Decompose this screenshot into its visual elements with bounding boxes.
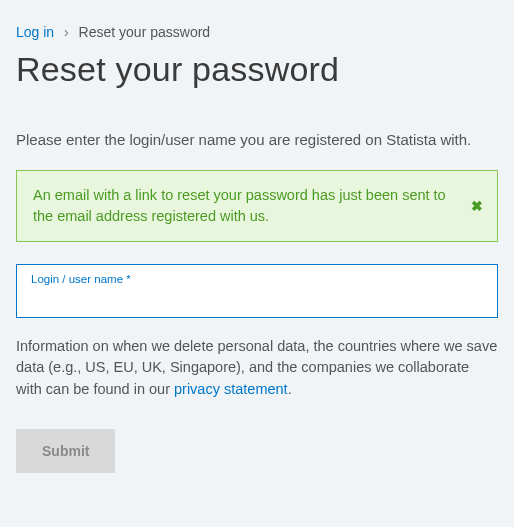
breadcrumb-current: Reset your password <box>79 24 211 40</box>
login-input[interactable] <box>31 287 483 307</box>
breadcrumb-login-link[interactable]: Log in <box>16 24 54 40</box>
privacy-info-suffix: . <box>288 381 292 397</box>
breadcrumb: Log in › Reset your password <box>16 24 498 40</box>
login-field-label: Login / user name * <box>31 273 483 285</box>
alert-message: An email with a link to reset your passw… <box>33 187 446 224</box>
privacy-info: Information on when we delete personal d… <box>16 336 498 401</box>
privacy-statement-link[interactable]: privacy statement <box>174 381 288 397</box>
breadcrumb-separator: › <box>64 24 69 40</box>
success-alert: An email with a link to reset your passw… <box>16 170 498 242</box>
close-icon[interactable]: ✖ <box>471 195 483 215</box>
intro-text: Please enter the login/user name you are… <box>16 129 498 152</box>
submit-button[interactable]: Submit <box>16 429 115 473</box>
login-field-wrapper[interactable]: Login / user name * <box>16 264 498 318</box>
page-title: Reset your password <box>16 50 498 89</box>
